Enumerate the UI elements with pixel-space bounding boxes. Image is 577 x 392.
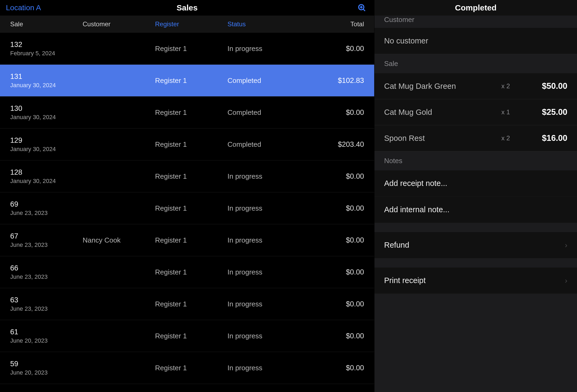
status-cell: In progress (227, 332, 308, 340)
register-cell: Register 1 (155, 45, 227, 53)
customer-value[interactable]: No customer (374, 28, 577, 54)
add-internal-note-label: Add internal note... (384, 205, 449, 214)
chevron-right-icon: › (565, 241, 567, 250)
col-customer-header[interactable]: Customer (83, 20, 155, 28)
register-cell: Register 1 (155, 172, 227, 181)
sale-date: June 20, 2023 (10, 369, 83, 376)
register-cell: Register 1 (155, 364, 227, 372)
sale-col: 131January 30, 2024 (10, 72, 83, 89)
line-item[interactable]: Cat Mug Goldx 1$25.00 (374, 99, 577, 125)
line-items: Cat Mug Dark Greenx 2$50.00Cat Mug Goldx… (374, 73, 577, 151)
sale-date: January 30, 2024 (10, 82, 83, 89)
sale-date: January 30, 2024 (10, 178, 83, 185)
sale-row[interactable]: 66June 23, 2023Register 1In progress$0.0… (0, 256, 374, 288)
sale-section-header: Sale (374, 54, 577, 73)
line-item[interactable]: Spoon Restx 2$16.00 (374, 125, 577, 151)
item-name: Cat Mug Dark Green (384, 82, 492, 91)
register-cell: Register 1 (155, 268, 227, 276)
total-cell: $0.00 (308, 204, 364, 213)
add-receipt-note-label: Add receipt note... (384, 179, 447, 188)
register-cell: Register 1 (155, 76, 227, 85)
sale-row[interactable]: 63June 23, 2023Register 1In progress$0.0… (0, 288, 374, 320)
detail-bottom-fill (374, 294, 577, 392)
sale-id: 59 (10, 360, 83, 368)
sales-list[interactable]: 132February 5, 2024Register 1In progress… (0, 33, 374, 392)
line-item[interactable]: Cat Mug Dark Greenx 2$50.00 (374, 73, 577, 99)
status-cell: In progress (227, 300, 308, 308)
total-cell: $0.00 (308, 45, 364, 53)
svg-line-1 (363, 9, 365, 11)
sale-row[interactable]: 69June 23, 2023Register 1In progress$0.0… (0, 192, 374, 224)
sale-row[interactable]: 67June 23, 2023Nancy CookRegister 1In pr… (0, 224, 374, 256)
sale-col: 63June 23, 2023 (10, 296, 83, 312)
total-cell: $0.00 (308, 172, 364, 181)
col-total-header[interactable]: Total (308, 20, 364, 28)
item-name: Cat Mug Gold (384, 108, 492, 117)
sale-date: February 5, 2024 (10, 50, 83, 57)
sale-row[interactable]: 131January 30, 2024Register 1Completed$1… (0, 65, 374, 97)
status-cell: In progress (227, 236, 308, 244)
sale-date: January 30, 2024 (10, 146, 83, 153)
total-cell: $0.00 (308, 268, 364, 276)
total-cell: $102.83 (308, 76, 364, 85)
chevron-right-icon: › (565, 276, 567, 285)
item-name: Spoon Rest (384, 134, 492, 143)
col-sale-header[interactable]: Sale (10, 20, 83, 28)
register-cell: Register 1 (155, 236, 227, 244)
sale-row[interactable]: 128January 30, 2024Register 1In progress… (0, 160, 374, 192)
sale-row[interactable]: 130January 30, 2024Register 1Completed$0… (0, 97, 374, 129)
sale-row[interactable]: 132February 5, 2024Register 1In progress… (0, 33, 374, 65)
sale-col: 128January 30, 2024 (10, 168, 83, 185)
sale-col: 69June 23, 2023 (10, 200, 83, 217)
refund-button[interactable]: Refund › (374, 232, 577, 258)
add-receipt-note-button[interactable]: Add receipt note... (374, 170, 577, 197)
total-cell: $0.00 (308, 108, 364, 117)
location-link[interactable]: Location A (6, 3, 41, 12)
sale-col: 129January 30, 2024 (10, 136, 83, 153)
sale-id: 132 (10, 41, 83, 49)
total-cell: $0.00 (308, 236, 364, 244)
item-qty: x 2 (492, 134, 519, 142)
sale-row[interactable]: 59June 20, 2023Register 1In progress$0.0… (0, 352, 374, 384)
item-price: $16.00 (519, 133, 567, 143)
register-cell: Register 1 (155, 108, 227, 117)
sale-id: 61 (10, 328, 83, 336)
sale-row[interactable]: 61June 20, 2023Register 1In progress$0.0… (0, 320, 374, 352)
detail-title: Completed (455, 3, 497, 12)
sale-id: 67 (10, 232, 83, 240)
sale-id: 69 (10, 200, 83, 208)
sale-date: June 23, 2023 (10, 305, 83, 312)
status-cell: In progress (227, 268, 308, 276)
item-qty: x 2 (492, 82, 519, 90)
status-cell: In progress (227, 172, 308, 181)
spacer (374, 258, 577, 268)
register-cell: Register 1 (155, 204, 227, 213)
status-cell: In progress (227, 45, 308, 53)
sale-row[interactable]: 129January 30, 2024Register 1Completed$2… (0, 129, 374, 160)
register-cell: Register 1 (155, 140, 227, 149)
search-icon[interactable] (357, 3, 367, 13)
customer-cell: Nancy Cook (83, 236, 155, 244)
total-cell: $0.00 (308, 364, 364, 372)
column-headers: Sale Customer Register Status Total (0, 16, 374, 33)
sale-id: 63 (10, 296, 83, 304)
refund-label: Refund (384, 241, 409, 250)
sale-id: 130 (10, 104, 83, 113)
print-receipt-button[interactable]: Print receipt › (374, 268, 577, 294)
item-price: $25.00 (519, 107, 567, 117)
sale-date: June 20, 2023 (10, 337, 83, 344)
print-receipt-label: Print receipt (384, 276, 426, 285)
col-register-header[interactable]: Register (155, 20, 227, 28)
page-title: Sales (177, 3, 197, 12)
sale-col: 59June 20, 2023 (10, 360, 83, 376)
sale-id: 129 (10, 136, 83, 145)
col-status-header[interactable]: Status (227, 20, 308, 28)
sale-id: 131 (10, 72, 83, 81)
spacer (374, 223, 577, 232)
add-internal-note-button[interactable]: Add internal note... (374, 197, 577, 223)
total-cell: $203.40 (308, 140, 364, 149)
item-qty: x 1 (492, 108, 519, 116)
register-cell: Register 1 (155, 300, 227, 308)
total-cell: $0.00 (308, 332, 364, 340)
sale-id: 128 (10, 168, 83, 177)
